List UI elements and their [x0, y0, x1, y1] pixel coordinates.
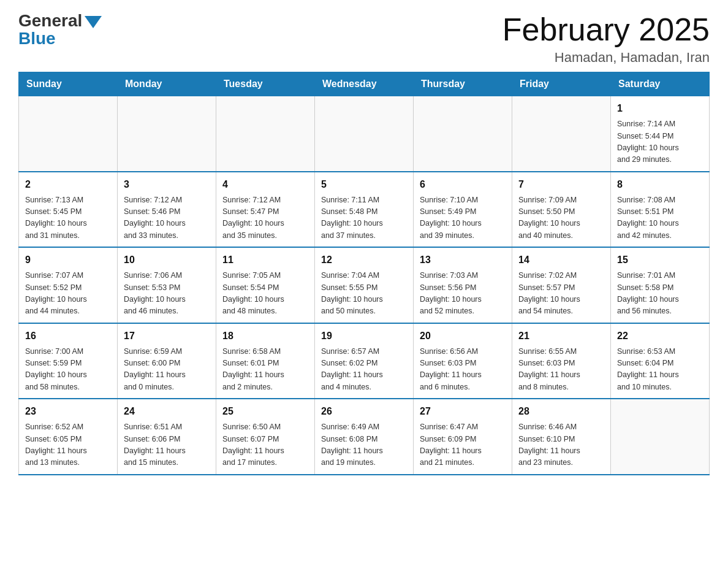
day-info: Sunrise: 6:50 AMSunset: 6:07 PMDaylight:… [222, 421, 308, 469]
calendar-table: SundayMondayTuesdayWednesdayThursdayFrid… [18, 72, 710, 475]
calendar-cell: 20Sunrise: 6:56 AMSunset: 6:03 PMDayligh… [414, 323, 512, 399]
calendar-cell: 28Sunrise: 6:46 AMSunset: 6:10 PMDayligh… [512, 399, 611, 475]
calendar-cell: 4Sunrise: 7:12 AMSunset: 5:47 PMDaylight… [216, 172, 315, 248]
calendar-cell: 6Sunrise: 7:10 AMSunset: 5:49 PMDaylight… [414, 172, 512, 248]
calendar-cell [414, 96, 512, 172]
calendar-week-3: 9Sunrise: 7:07 AMSunset: 5:52 PMDaylight… [19, 247, 710, 323]
day-info: Sunrise: 7:13 AMSunset: 5:45 PMDaylight:… [25, 194, 111, 242]
day-info: Sunrise: 6:52 AMSunset: 6:05 PMDaylight:… [25, 421, 111, 469]
calendar-cell [611, 399, 710, 475]
day-number: 9 [25, 253, 111, 267]
calendar-cell: 11Sunrise: 7:05 AMSunset: 5:54 PMDayligh… [216, 247, 315, 323]
weekday-header-tuesday: Tuesday [216, 72, 315, 96]
calendar-cell: 2Sunrise: 7:13 AMSunset: 5:45 PMDaylight… [19, 172, 118, 248]
day-info: Sunrise: 6:57 AMSunset: 6:02 PMDaylight:… [321, 346, 407, 394]
day-info: Sunrise: 6:46 AMSunset: 6:10 PMDaylight:… [518, 421, 604, 469]
day-info: Sunrise: 7:10 AMSunset: 5:49 PMDaylight:… [420, 194, 506, 242]
calendar-week-4: 16Sunrise: 7:00 AMSunset: 5:59 PMDayligh… [19, 323, 710, 399]
calendar-cell: 14Sunrise: 7:02 AMSunset: 5:57 PMDayligh… [512, 247, 611, 323]
day-number: 8 [617, 177, 703, 192]
day-info: Sunrise: 7:04 AMSunset: 5:55 PMDaylight:… [321, 270, 407, 318]
calendar-cell: 25Sunrise: 6:50 AMSunset: 6:07 PMDayligh… [216, 399, 315, 475]
day-number: 6 [420, 177, 506, 192]
calendar-cell [315, 96, 414, 172]
day-number: 2 [25, 177, 111, 192]
calendar-cell: 27Sunrise: 6:47 AMSunset: 6:09 PMDayligh… [414, 399, 512, 475]
day-number: 5 [321, 177, 407, 192]
day-number: 20 [420, 329, 506, 343]
day-info: Sunrise: 6:59 AMSunset: 6:00 PMDaylight:… [124, 346, 210, 394]
calendar-cell: 15Sunrise: 7:01 AMSunset: 5:58 PMDayligh… [611, 247, 710, 323]
day-number: 28 [518, 404, 604, 419]
calendar-cell: 16Sunrise: 7:00 AMSunset: 5:59 PMDayligh… [19, 323, 118, 399]
day-info: Sunrise: 7:03 AMSunset: 5:56 PMDaylight:… [420, 270, 506, 318]
day-number: 21 [518, 329, 604, 343]
day-info: Sunrise: 6:51 AMSunset: 6:06 PMDaylight:… [124, 421, 210, 469]
calendar-cell: 13Sunrise: 7:03 AMSunset: 5:56 PMDayligh… [414, 247, 512, 323]
day-info: Sunrise: 7:02 AMSunset: 5:57 PMDaylight:… [518, 270, 604, 318]
day-number: 7 [518, 177, 604, 192]
day-info: Sunrise: 7:12 AMSunset: 5:46 PMDaylight:… [124, 194, 210, 242]
day-number: 22 [617, 329, 703, 343]
weekday-header-row: SundayMondayTuesdayWednesdayThursdayFrid… [19, 72, 710, 96]
day-info: Sunrise: 7:14 AMSunset: 5:44 PMDaylight:… [617, 118, 703, 166]
day-number: 27 [420, 404, 506, 419]
calendar-cell [512, 96, 611, 172]
day-number: 16 [25, 329, 111, 343]
logo: General Blue [18, 12, 102, 48]
day-number: 17 [124, 329, 210, 343]
weekday-header-saturday: Saturday [611, 72, 710, 96]
day-info: Sunrise: 7:08 AMSunset: 5:51 PMDaylight:… [617, 194, 703, 242]
logo-arrow-icon [85, 16, 102, 28]
day-number: 18 [222, 329, 308, 343]
calendar-cell: 8Sunrise: 7:08 AMSunset: 5:51 PMDaylight… [611, 172, 710, 248]
calendar-cell: 21Sunrise: 6:55 AMSunset: 6:03 PMDayligh… [512, 323, 611, 399]
day-info: Sunrise: 6:55 AMSunset: 6:03 PMDaylight:… [518, 346, 604, 394]
calendar-cell: 10Sunrise: 7:06 AMSunset: 5:53 PMDayligh… [118, 247, 216, 323]
day-info: Sunrise: 7:05 AMSunset: 5:54 PMDaylight:… [222, 270, 308, 318]
calendar-cell: 17Sunrise: 6:59 AMSunset: 6:00 PMDayligh… [118, 323, 216, 399]
day-info: Sunrise: 7:01 AMSunset: 5:58 PMDaylight:… [617, 270, 703, 318]
calendar-body: 1Sunrise: 7:14 AMSunset: 5:44 PMDaylight… [19, 96, 710, 475]
day-number: 25 [222, 404, 308, 419]
day-number: 12 [321, 253, 407, 267]
month-title: February 2025 [502, 12, 710, 47]
day-number: 24 [124, 404, 210, 419]
calendar-cell: 7Sunrise: 7:09 AMSunset: 5:50 PMDaylight… [512, 172, 611, 248]
page-header: General Blue February 2025 Hamadan, Hama… [18, 12, 710, 66]
location-subtitle: Hamadan, Hamadan, Iran [502, 50, 710, 66]
day-info: Sunrise: 7:09 AMSunset: 5:50 PMDaylight:… [518, 194, 604, 242]
day-info: Sunrise: 6:47 AMSunset: 6:09 PMDaylight:… [420, 421, 506, 469]
calendar-cell: 19Sunrise: 6:57 AMSunset: 6:02 PMDayligh… [315, 323, 414, 399]
day-info: Sunrise: 6:49 AMSunset: 6:08 PMDaylight:… [321, 421, 407, 469]
calendar-cell: 24Sunrise: 6:51 AMSunset: 6:06 PMDayligh… [118, 399, 216, 475]
day-number: 19 [321, 329, 407, 343]
logo-general-label: General [18, 12, 82, 29]
calendar-cell [216, 96, 315, 172]
calendar-cell: 1Sunrise: 7:14 AMSunset: 5:44 PMDaylight… [611, 96, 710, 172]
calendar-week-5: 23Sunrise: 6:52 AMSunset: 6:05 PMDayligh… [19, 399, 710, 475]
calendar-cell: 5Sunrise: 7:11 AMSunset: 5:48 PMDaylight… [315, 172, 414, 248]
weekday-header-wednesday: Wednesday [315, 72, 414, 96]
day-number: 4 [222, 177, 308, 192]
day-info: Sunrise: 7:11 AMSunset: 5:48 PMDaylight:… [321, 194, 407, 242]
day-info: Sunrise: 7:07 AMSunset: 5:52 PMDaylight:… [25, 270, 111, 318]
day-info: Sunrise: 7:00 AMSunset: 5:59 PMDaylight:… [25, 346, 111, 394]
day-number: 11 [222, 253, 308, 267]
day-info: Sunrise: 6:53 AMSunset: 6:04 PMDaylight:… [617, 346, 703, 394]
weekday-header-thursday: Thursday [414, 72, 512, 96]
calendar-cell: 12Sunrise: 7:04 AMSunset: 5:55 PMDayligh… [315, 247, 414, 323]
logo-blue-label: Blue [18, 29, 56, 48]
weekday-header-sunday: Sunday [19, 72, 118, 96]
day-info: Sunrise: 6:58 AMSunset: 6:01 PMDaylight:… [222, 346, 308, 394]
calendar-cell: 23Sunrise: 6:52 AMSunset: 6:05 PMDayligh… [19, 399, 118, 475]
calendar-cell: 3Sunrise: 7:12 AMSunset: 5:46 PMDaylight… [118, 172, 216, 248]
day-number: 10 [124, 253, 210, 267]
day-number: 3 [124, 177, 210, 192]
calendar-week-2: 2Sunrise: 7:13 AMSunset: 5:45 PMDaylight… [19, 172, 710, 248]
weekday-header-monday: Monday [118, 72, 216, 96]
calendar-cell: 18Sunrise: 6:58 AMSunset: 6:01 PMDayligh… [216, 323, 315, 399]
calendar-header: SundayMondayTuesdayWednesdayThursdayFrid… [19, 72, 710, 96]
calendar-week-1: 1Sunrise: 7:14 AMSunset: 5:44 PMDaylight… [19, 96, 710, 172]
day-number: 13 [420, 253, 506, 267]
